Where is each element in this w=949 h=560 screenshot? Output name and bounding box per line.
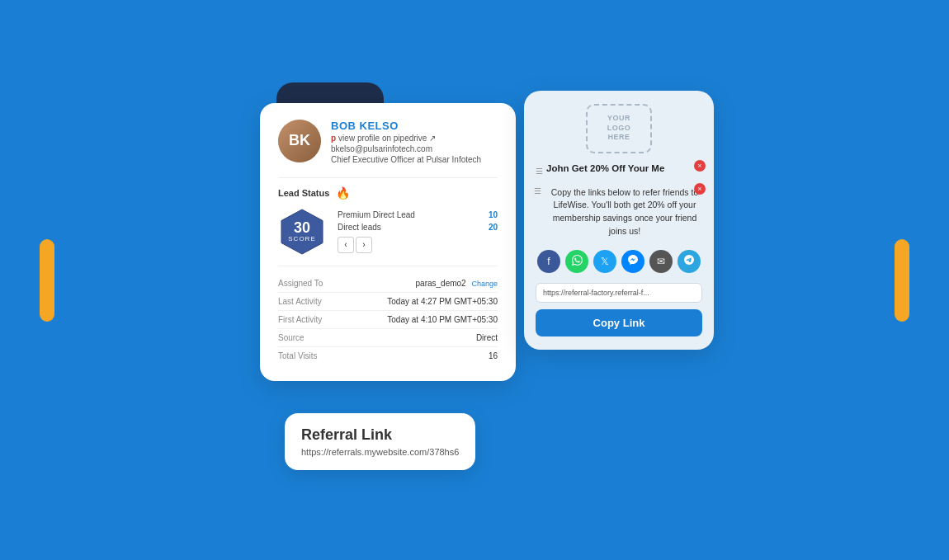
lead-status-label: Lead Status bbox=[278, 188, 329, 198]
logo-placeholder: YOURLOGOHERE bbox=[586, 104, 652, 153]
change-link[interactable]: Change bbox=[471, 280, 498, 288]
email-share-button[interactable]: ✉ bbox=[649, 250, 673, 273]
contact-name: BOB KELSO bbox=[331, 120, 481, 132]
close-badge-body[interactable]: × bbox=[694, 183, 706, 195]
direct-leads-row: Direct leads 20 bbox=[338, 223, 498, 232]
email-icon: ✉ bbox=[657, 256, 665, 267]
score-number: 30 bbox=[288, 220, 315, 235]
whatsapp-share-button[interactable] bbox=[565, 250, 588, 273]
assigned-to-row: Assigned To paras_demo2 Change bbox=[278, 275, 498, 293]
messenger-icon bbox=[628, 255, 638, 267]
score-hexagon: 30 SCORE bbox=[278, 208, 326, 256]
telegram-icon bbox=[684, 255, 694, 267]
lead-status-row: Lead Status 🔥 bbox=[278, 186, 498, 200]
facebook-icon: f bbox=[547, 256, 550, 267]
accent-bar-right bbox=[895, 239, 909, 322]
card-divider-2 bbox=[278, 266, 498, 266]
last-activity-row: Last Activity Today at 4:27 PM GMT+05:30 bbox=[278, 293, 498, 311]
lines-icon: ☰ bbox=[536, 167, 543, 176]
social-icons-row: f 𝕏 ✉ bbox=[536, 250, 702, 273]
first-activity-row: First Activity Today at 4:10 PM GMT+05:3… bbox=[278, 311, 498, 329]
close-badge-subject[interactable]: × bbox=[694, 160, 706, 172]
twitter-share-button[interactable]: 𝕏 bbox=[593, 250, 616, 273]
external-link-icon: ↗ bbox=[429, 134, 436, 143]
referral-link-card: Referral Link https://referrals.mywebsit… bbox=[285, 413, 475, 470]
referral-link-url: https://referrals.mywebsite.com/378hs6 bbox=[301, 447, 459, 457]
whatsapp-icon bbox=[572, 255, 583, 268]
email-subject: John Get 20% Off Your Me bbox=[546, 163, 702, 173]
crm-card-header: BK BOB KELSO p view profile on pipedrive… bbox=[278, 120, 498, 164]
crm-contact-info: BOB KELSO p view profile on pipedrive ↗ … bbox=[331, 120, 481, 164]
email-header-row: ☰ John Get 20% Off Your Me × bbox=[536, 163, 702, 180]
messenger-share-button[interactable] bbox=[621, 250, 644, 273]
contact-email: bkelso@pulsarinfotech.com bbox=[331, 144, 481, 153]
prev-button[interactable]: ‹ bbox=[338, 237, 354, 253]
score-text: 30 SCORE bbox=[288, 220, 315, 242]
score-label: SCORE bbox=[288, 235, 315, 242]
main-container: BK BOB KELSO p view profile on pipedrive… bbox=[0, 0, 949, 560]
avatar: BK bbox=[278, 120, 321, 162]
referral-link-title: Referral Link bbox=[301, 426, 459, 444]
crm-card: BK BOB KELSO p view profile on pipedrive… bbox=[260, 103, 516, 381]
telegram-share-button[interactable] bbox=[678, 250, 701, 273]
source-row: Source Direct bbox=[278, 329, 498, 347]
email-subject-wrapper: John Get 20% Off Your Me × bbox=[546, 163, 702, 180]
crm-info-table: Assigned To paras_demo2 Change Last Acti… bbox=[278, 275, 498, 365]
total-visits-row: Total Visits 16 bbox=[278, 347, 498, 365]
contact-title: Chief Executive Officer at Pulsar Infote… bbox=[331, 155, 481, 164]
email-body-text: Copy the links below to refer friends to… bbox=[536, 186, 702, 238]
premium-lead-row: Premium Direct Lead 10 bbox=[338, 210, 498, 219]
referral-url-display: https://referral-factory.referral-f... bbox=[536, 283, 702, 303]
email-body-wrapper: ☰ Copy the links below to refer friends … bbox=[536, 186, 702, 238]
score-details: Premium Direct Lead 10 Direct leads 20 ‹… bbox=[338, 210, 498, 253]
copy-link-button[interactable]: Copy Link bbox=[536, 309, 702, 336]
accent-bar-left bbox=[40, 239, 54, 322]
email-card: YOURLOGOHERE ☰ John Get 20% Off Your Me … bbox=[524, 91, 714, 350]
fire-icon: 🔥 bbox=[336, 186, 350, 200]
cards-wrapper: BK BOB KELSO p view profile on pipedrive… bbox=[235, 58, 714, 503]
score-section: 30 SCORE Premium Direct Lead 10 Direct l… bbox=[278, 208, 498, 256]
pipedrive-link[interactable]: p view profile on pipedrive ↗ bbox=[331, 134, 481, 143]
facebook-share-button[interactable]: f bbox=[537, 250, 560, 273]
card-divider bbox=[278, 177, 498, 178]
pagination-controls: ‹ › bbox=[338, 237, 498, 253]
avatar-image: BK bbox=[278, 120, 321, 162]
pipedrive-icon: p bbox=[331, 134, 336, 143]
twitter-icon: 𝕏 bbox=[601, 256, 609, 267]
lines-icon-2: ☰ bbox=[534, 186, 541, 195]
next-button[interactable]: › bbox=[356, 237, 372, 253]
